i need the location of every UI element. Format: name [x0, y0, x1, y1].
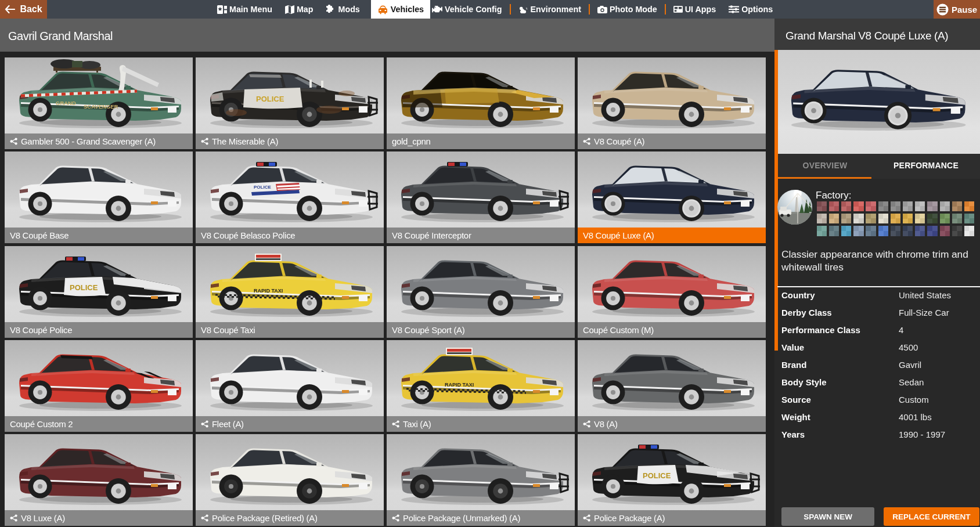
svg-text:RAPID TAXI: RAPID TAXI: [254, 288, 283, 294]
svg-text:GRAND: GRAND: [56, 100, 76, 106]
svg-text:SCAVENGER: SCAVENGER: [84, 103, 118, 110]
svg-text:POLICE: POLICE: [254, 185, 271, 190]
svg-text:POLICE: POLICE: [70, 283, 98, 292]
svg-text:POLICE: POLICE: [643, 471, 671, 480]
svg-text:RAPID TAXI: RAPID TAXI: [445, 382, 474, 388]
svg-text:POLICE: POLICE: [256, 95, 284, 103]
